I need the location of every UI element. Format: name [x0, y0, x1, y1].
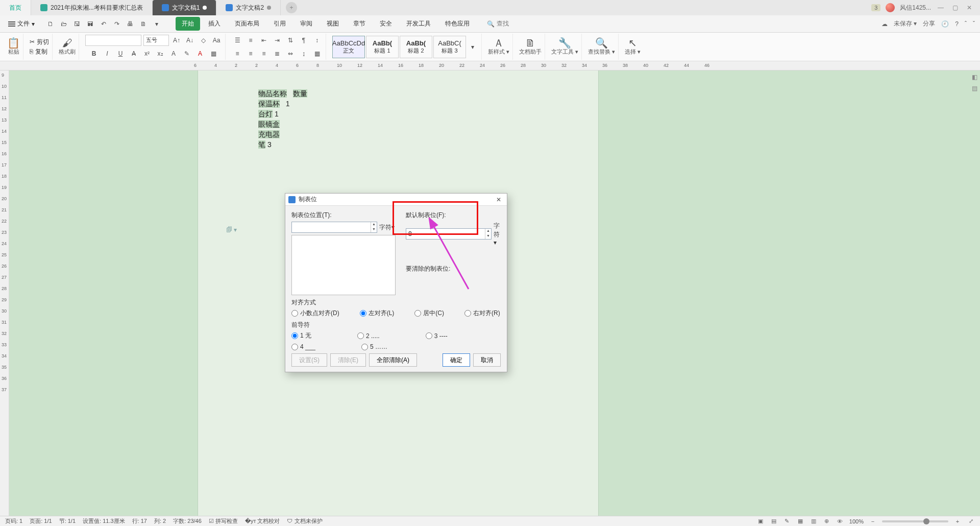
history-icon[interactable]: 🕘	[941, 20, 949, 28]
ribbon-tab-review[interactable]: 审阅	[294, 17, 318, 31]
file-menu[interactable]: 文件▾	[5, 17, 38, 30]
bold-icon[interactable]: B	[88, 48, 100, 59]
new-doc-icon[interactable]: 🗋	[45, 18, 56, 30]
view-mode-icon[interactable]: ✎	[783, 517, 791, 525]
clear-all-button[interactable]: 全部清除(A)	[369, 353, 417, 367]
format-painter-button[interactable]: 🖌格式刷	[59, 38, 76, 56]
ribbon-tab-insert[interactable]: 插入	[202, 17, 227, 31]
copy-icon[interactable]: ⎘	[30, 48, 33, 55]
highlight-icon[interactable]: ✎	[181, 48, 192, 59]
unit-select[interactable]: 字符▾	[494, 222, 501, 246]
find-replace-button[interactable]: 🔍查找替换 ▾	[588, 38, 615, 56]
para-spacing-icon[interactable]: ↨	[298, 48, 309, 59]
maximize-button[interactable]: ▢	[950, 4, 960, 11]
align-center-icon[interactable]: ≡	[245, 48, 256, 59]
user-name[interactable]: 风信1425...	[900, 4, 931, 12]
shrink-font-icon[interactable]: A↓	[184, 35, 195, 46]
side-icon[interactable]: ▤	[972, 85, 977, 92]
style-gallery-more-icon[interactable]: ▾	[467, 41, 478, 53]
leader-2-radio[interactable]: 2 .....	[357, 331, 380, 340]
qat-more-icon[interactable]: ▾	[151, 18, 162, 30]
view-mode-icon[interactable]: ▤	[770, 517, 778, 525]
unsaved-label[interactable]: 未保存 ▾	[894, 19, 917, 28]
show-marks-icon[interactable]: ¶	[298, 35, 309, 46]
clear-button[interactable]: 清除(E)	[330, 353, 366, 367]
expand-ribbon-icon[interactable]: ˇ	[973, 20, 975, 28]
avatar[interactable]	[886, 3, 895, 12]
align-left-radio[interactable]: 左对齐(L)	[360, 309, 395, 318]
zoom-slider[interactable]	[882, 520, 948, 522]
status-col[interactable]: 列: 2	[154, 517, 166, 525]
italic-icon[interactable]: I	[102, 48, 113, 59]
fullscreen-icon[interactable]: ⤢	[967, 517, 975, 525]
change-case-icon[interactable]: Aa	[211, 35, 222, 46]
indent-left-icon[interactable]: ⇤	[258, 35, 270, 46]
view-mode-icon[interactable]: ▥	[810, 517, 818, 525]
web-view-icon[interactable]: ⊕	[823, 517, 831, 525]
new-style-button[interactable]: Ａ新样式 ▾	[488, 38, 509, 56]
font-size-select[interactable]: 五号	[143, 35, 169, 46]
bullet-list-icon[interactable]: ☰	[232, 35, 243, 46]
horizontal-ruler[interactable]: 6422468101214161820222426283032343638404…	[0, 61, 980, 70]
ribbon-tab-special[interactable]: 特色应用	[439, 17, 476, 31]
document-content[interactable]: 物品名称 数量 保温杯 1 台灯 1 眼镜盒 充电器 笔 3	[258, 88, 307, 150]
align-right-icon[interactable]: ≡	[258, 48, 270, 59]
notification-badge[interactable]: 3	[871, 4, 880, 11]
status-section[interactable]: 节: 1/1	[59, 517, 76, 525]
leader-3-radio[interactable]: 3 ----	[426, 331, 448, 340]
zoom-in-button[interactable]: +	[953, 517, 962, 525]
collapse-ribbon-icon[interactable]: ˆ	[965, 20, 967, 28]
paste-button[interactable]: 📋粘贴	[7, 38, 20, 56]
doc-assist-button[interactable]: 🗎文档助手	[519, 38, 542, 56]
share-button[interactable]: 分享	[923, 19, 935, 28]
close-window-button[interactable]: ✕	[965, 4, 974, 11]
ribbon-tab-view[interactable]: 视图	[321, 17, 345, 31]
ribbon-tab-security[interactable]: 安全	[374, 17, 398, 31]
distribute-icon[interactable]: ⇔	[285, 48, 296, 59]
tab-home[interactable]: 首页	[0, 0, 31, 15]
tab-position-listbox[interactable]	[291, 235, 396, 295]
clear-format-icon[interactable]: ◇	[198, 35, 209, 46]
shading-icon[interactable]: ▦	[208, 48, 219, 59]
open-icon[interactable]: 🗁	[58, 18, 69, 30]
style-heading2[interactable]: AaBb(标题 2	[400, 36, 432, 58]
copy-label[interactable]: 复制	[35, 47, 47, 56]
leader-5-radio[interactable]: 5 ……	[361, 343, 387, 350]
font-family-select[interactable]	[85, 35, 141, 46]
undo-icon[interactable]: ↶	[98, 18, 109, 30]
status-protect[interactable]: 🛡 文档未保护	[287, 517, 322, 525]
print-preview-icon[interactable]: 🗎	[138, 18, 149, 30]
set-button[interactable]: 设置(S)	[291, 353, 327, 367]
save-as-icon[interactable]: 🖬	[85, 18, 96, 30]
align-justify-icon[interactable]: ≣	[272, 48, 283, 59]
tab-doc-3[interactable]: 文字文稿2	[216, 0, 281, 15]
scissors-icon[interactable]: ✂	[30, 38, 35, 45]
strike-icon[interactable]: A̶	[128, 48, 139, 59]
new-tab-button[interactable]: +	[286, 2, 297, 13]
status-setvalue[interactable]: 设置值: 11.3厘米	[83, 517, 125, 525]
text-effect-icon[interactable]: A	[168, 48, 179, 59]
status-chars[interactable]: 字数: 23/46	[173, 517, 202, 525]
help-icon[interactable]: ?	[955, 20, 959, 28]
style-heading1[interactable]: AaBb(标题 1	[366, 36, 399, 58]
save-icon[interactable]: 🖫	[71, 18, 83, 30]
underline-icon[interactable]: U	[115, 48, 126, 59]
tab-doc-1[interactable]: 2021年拟来湘...考科目要求汇总表	[31, 0, 153, 15]
number-list-icon[interactable]: ≡	[245, 35, 256, 46]
ribbon-tab-chapter[interactable]: 章节	[347, 17, 372, 31]
align-left-icon[interactable]: ≡	[232, 48, 243, 59]
align-center-radio[interactable]: 居中(C)	[414, 309, 444, 318]
vertical-ruler[interactable]: 9101112131415161718192021222324252627282…	[0, 70, 9, 516]
text-tool-button[interactable]: 🔧文字工具 ▾	[551, 38, 578, 56]
tab-doc-2[interactable]: 文字文稿1	[153, 0, 217, 15]
ribbon-tab-start[interactable]: 开始	[176, 17, 200, 31]
status-spellcheck[interactable]: ☑ 拼写检查	[209, 517, 238, 525]
style-heading3[interactable]: AaBbC(标题 3	[433, 36, 466, 58]
style-body[interactable]: AaBbCcDd正文	[332, 36, 365, 58]
zoom-out-button[interactable]: −	[869, 517, 877, 525]
paste-options-icon[interactable]: 🗐 ▾	[226, 226, 237, 233]
close-dialog-button[interactable]: ✕	[494, 196, 504, 203]
redo-icon[interactable]: ↷	[111, 18, 122, 30]
status-proof[interactable]: �ут 文档校对	[245, 517, 280, 525]
print-icon[interactable]: 🖶	[125, 18, 136, 30]
